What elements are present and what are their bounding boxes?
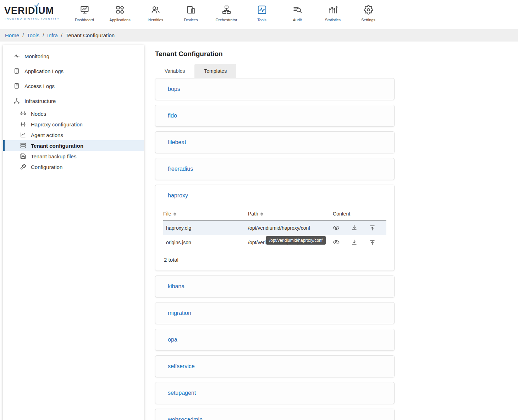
sidebar-item-label: Nodes	[31, 111, 46, 117]
breadcrumb-separator: /	[43, 33, 44, 38]
panel-filebeat-header[interactable]: filebeat	[155, 132, 394, 153]
orchestrator-icon	[222, 5, 231, 15]
panel-filebeat[interactable]: filebeat	[155, 131, 395, 153]
upload-icon	[369, 224, 376, 231]
breadcrumb-separator: /	[61, 33, 62, 38]
applications-icon	[115, 5, 125, 15]
nav-settings[interactable]: Settings	[351, 2, 386, 22]
download-icon	[351, 239, 358, 246]
file-name-cell: origins.json	[163, 235, 248, 250]
nav-statistics[interactable]: Statistics	[315, 2, 351, 22]
panel-websecadmin-header[interactable]: websecadmin	[155, 409, 394, 420]
nav-tools[interactable]: Tools	[244, 2, 280, 22]
nodes-icon	[20, 110, 26, 117]
sidebar-item-infrastructure[interactable]: Infrastructure	[3, 93, 144, 108]
nav-statistics-label: Statistics	[325, 18, 341, 22]
sidebar-item-nodes[interactable]: Nodes	[3, 108, 144, 119]
panel-setupagent[interactable]: setupagent	[155, 382, 395, 404]
panel-kibana[interactable]: kibana	[155, 276, 395, 298]
download-button[interactable]	[351, 239, 358, 246]
panel-title: selfservice	[168, 363, 195, 370]
sidebar-item-tenant-configuration[interactable]: Tenant configuration	[3, 140, 144, 151]
panel-freeradius-header[interactable]: freeradius	[155, 158, 394, 180]
panel-bops[interactable]: bops	[155, 78, 395, 100]
upload-button[interactable]	[369, 224, 376, 231]
upload-icon	[369, 239, 376, 246]
panel-kibana-header[interactable]: kibana	[155, 276, 394, 297]
nav-dashboard[interactable]: Dashboard	[67, 2, 102, 22]
panel-selfservice[interactable]: selfservice	[155, 355, 395, 377]
panel-fido-header[interactable]: fido	[155, 105, 394, 126]
panel-opa-header[interactable]: opa	[155, 329, 394, 350]
infrastructure-icon	[13, 98, 20, 104]
chart-line-icon	[20, 132, 26, 138]
nav-orchestrator[interactable]: Orchestrator	[209, 2, 244, 22]
download-button[interactable]	[351, 224, 358, 231]
settings-gear-icon	[364, 5, 373, 15]
panel-selfservice-header[interactable]: selfservice	[155, 356, 394, 377]
breadcrumb-infra[interactable]: Infra	[47, 32, 58, 38]
nav-audit-label: Audit	[293, 18, 302, 22]
sidebar-item-agent-actions[interactable]: Agent actions	[3, 130, 144, 140]
veridium-logo[interactable]: VERIDIUM TRUSTED DIGITAL IDENTITY	[4, 2, 65, 20]
column-label: Path	[248, 211, 258, 217]
nav-audit[interactable]: Audit	[280, 2, 315, 22]
breadcrumb-home[interactable]: Home	[5, 32, 19, 38]
sidebar-item-label: Application Logs	[24, 68, 64, 74]
brand-tagline: TRUSTED DIGITAL IDENTITY	[4, 17, 65, 20]
breadcrumb-tools[interactable]: Tools	[27, 32, 39, 38]
sidebar-item-application-logs[interactable]: Application Logs	[3, 64, 144, 78]
monitoring-pulse-icon	[13, 53, 20, 59]
panel-bops-header[interactable]: bops	[155, 78, 394, 100]
sidebar-item-label: Agent actions	[31, 132, 63, 138]
sidebar-item-label: Configuration	[31, 164, 62, 170]
sidebar-item-tenant-backup-files[interactable]: Tenant backup files	[3, 151, 144, 162]
nav-devices[interactable]: Devices	[173, 2, 209, 22]
file-name-cell: haproxy.cfg	[163, 220, 248, 235]
tab-variables[interactable]: Variables	[155, 64, 194, 78]
panel-opa[interactable]: opa	[155, 329, 395, 351]
table-row[interactable]: origins.json /opt/veridiumid/haproxy/con…	[163, 235, 386, 250]
sort-icon[interactable]	[260, 212, 263, 216]
statistics-icon	[328, 5, 338, 15]
file-content-cell	[333, 235, 386, 250]
file-path-cell: /opt/veridiumid/haproxy/conf	[248, 220, 333, 235]
nav-identities[interactable]: Identities	[138, 2, 173, 22]
tab-templates[interactable]: Templates	[194, 64, 236, 78]
panel-title: haproxy	[168, 192, 188, 199]
file-content-cell	[333, 220, 386, 235]
nav-applications[interactable]: Applications	[102, 2, 138, 22]
panel-migration[interactable]: migration	[155, 302, 395, 324]
panel-fido[interactable]: fido	[155, 105, 395, 127]
column-header-file[interactable]: File	[163, 206, 248, 220]
column-header-path[interactable]: Path	[248, 206, 333, 220]
sidebar-item-access-logs[interactable]: Access Logs	[3, 78, 144, 93]
sidebar-item-label: Access Logs	[24, 83, 55, 89]
upload-button[interactable]	[369, 239, 376, 246]
panel-migration-header[interactable]: migration	[155, 302, 394, 324]
breadcrumb-separator: /	[22, 33, 24, 38]
panel-haproxy-header[interactable]: haproxy	[155, 185, 394, 206]
sort-icon[interactable]	[173, 212, 176, 216]
view-content-button[interactable]	[333, 239, 340, 246]
panel-websecadmin[interactable]: websecadmin	[155, 409, 395, 420]
panel-setupagent-header[interactable]: setupagent	[155, 382, 394, 404]
sidebar-item-haproxy-configuration[interactable]: Haproxy configuration	[3, 119, 144, 130]
panel-title: freeradius	[168, 166, 193, 172]
table-header-row: File Path Content	[163, 206, 386, 220]
view-content-button[interactable]	[333, 224, 340, 231]
dashboard-icon	[80, 5, 89, 15]
sidebar-item-monitoring[interactable]: Monitoring	[3, 49, 144, 64]
nav-tools-label: Tools	[257, 18, 266, 22]
logo-check-icon	[34, 2, 39, 7]
template-panels: bops fido filebeat freeradius	[155, 78, 395, 420]
sidebar-item-label: Haproxy configuration	[31, 121, 83, 127]
sidebar-item-configuration[interactable]: Configuration	[3, 162, 144, 172]
panel-freeradius[interactable]: freeradius	[155, 158, 395, 180]
primary-nav: Dashboard Applications Identities Device…	[67, 2, 386, 22]
table-row[interactable]: haproxy.cfg /opt/veridiumid/haproxy/conf	[163, 220, 386, 235]
devices-icon	[186, 5, 196, 15]
save-disk-icon	[20, 153, 26, 159]
document-icon	[13, 83, 20, 89]
table-total-count: 2 total	[163, 257, 386, 263]
